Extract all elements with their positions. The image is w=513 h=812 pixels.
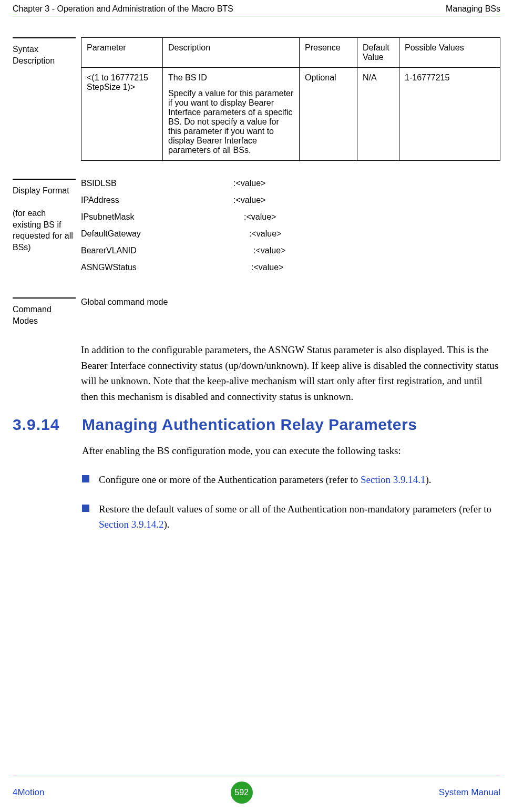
table-row: <(1 to 16777215 StepSize 1)> The BS ID S… [81,68,500,161]
format-line: IPsubnetMask :<value> [81,212,500,222]
page-footer: 4Motion 592 System Manual [0,776,513,804]
format-val: :<value> [233,246,285,255]
cell-description: The BS ID Specify a value for this param… [163,68,300,161]
bullet-post: ). [164,519,170,530]
format-key: BSIDLSB [81,179,233,188]
cell-parameter: <(1 to 16777215 StepSize 1)> [81,68,163,161]
col-description: Description [163,38,300,68]
body-paragraph-wrap: In addition to the configurable paramete… [13,342,500,404]
cell-possible: 1-16777215 [399,68,500,161]
body-paragraph: In addition to the configurable paramete… [81,342,500,404]
section-heading: 3.9.14 Managing Authentication Relay Par… [13,416,500,434]
header-left: Chapter 3 - Operation and Administration… [13,4,233,14]
col-default: Default Value [357,38,399,68]
command-modes-value: Global command mode [81,297,500,307]
section-number: 3.9.14 [13,416,82,434]
syntax-block: Syntax Description Parameter Description… [13,37,500,179]
command-modes-block: Command Modes Global command mode [13,297,500,326]
section-link[interactable]: Section 3.9.14.2 [99,519,164,530]
format-key: DefaultGateway [81,229,233,239]
table-header-row: Parameter Description Presence Default V… [81,38,500,68]
format-key: BearerVLANID [81,246,233,255]
page-number-badge: 592 [231,782,253,804]
bullet-pre: Restore the default values of some or al… [99,503,491,515]
bullet-text: Restore the default values of some or al… [99,501,500,532]
desc-line1: The BS ID [168,73,294,83]
format-val: :<value> [233,196,265,205]
cell-presence: Optional [300,68,357,161]
page: Chapter 3 - Operation and Administration… [0,0,513,812]
display-label: Display Format (for each existing BS if … [13,183,76,253]
cell-default: N/A [357,68,399,161]
header-right: Managing BSs [446,4,500,14]
square-bullet-icon [82,475,89,482]
format-val: :<value> [233,263,283,272]
format-val: :<value> [233,212,276,222]
list-item: Restore the default values of some or al… [82,501,500,532]
section-title: Managing Authentication Relay Parameters [82,416,417,434]
format-line: DefaultGateway :<value> [81,229,500,239]
square-bullet-icon [82,505,89,512]
format-val: :<value> [233,179,265,188]
format-line: BSIDLSB :<value> [81,179,500,188]
side-rule [13,37,76,38]
format-key: IPAddress [81,196,233,205]
col-parameter: Parameter [81,38,163,68]
format-key: IPsubnetMask [81,212,233,222]
side-rule [13,297,76,299]
desc-line2: Specify a value for this parameter if yo… [168,89,294,155]
format-key: ASNGWStatus [81,263,233,272]
content-area: Syntax Description Parameter Description… [0,16,513,532]
bullet-text: Configure one or more of the Authenticat… [99,472,500,487]
format-line: BearerVLANID :<value> [81,246,500,255]
footer-left[interactable]: 4Motion [13,787,44,798]
syntax-label: Syntax Description [13,42,76,66]
section-intro: After enabling the BS configuration mode… [82,443,500,458]
footer-rule [13,776,500,776]
format-line: IPAddress :<value> [81,196,500,205]
command-modes-label: Command Modes [13,302,76,326]
format-val: :<value> [233,229,281,239]
section-link[interactable]: Section 3.9.14.1 [361,474,426,485]
format-line: ASNGWStatus :<value> [81,263,500,272]
page-header: Chapter 3 - Operation and Administration… [0,0,513,14]
list-item: Configure one or more of the Authenticat… [82,472,500,487]
bullet-pre: Configure one or more of the Authenticat… [99,474,361,485]
display-format-block: Display Format (for each existing BS if … [13,179,500,297]
section-body: After enabling the BS configuration mode… [13,443,500,532]
col-possible: Possible Values [399,38,500,68]
parameter-table: Parameter Description Presence Default V… [81,37,500,161]
display-label-line1: Display Format [13,186,69,195]
display-label-line2: (for each existing BS if requested for a… [13,209,73,252]
bullet-post: ). [426,474,432,485]
footer-right[interactable]: System Manual [439,787,500,798]
col-presence: Presence [300,38,357,68]
side-rule [13,179,76,180]
